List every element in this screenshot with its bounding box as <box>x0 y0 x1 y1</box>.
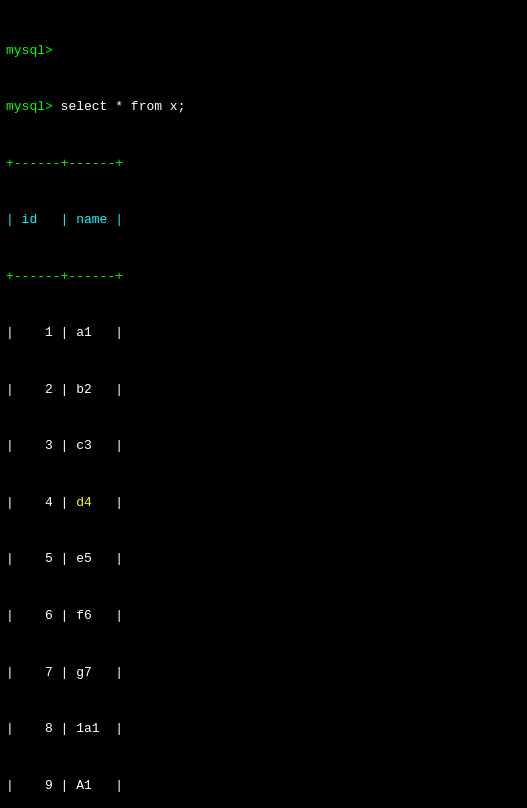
row-3: | 3 | c3 | <box>6 437 521 456</box>
cmd-line-1: mysql> select * from x; <box>6 98 521 117</box>
border-2: +------+------+ <box>6 268 521 287</box>
row-8: | 8 | 1a1 | <box>6 720 521 739</box>
row-7: | 7 | g7 | <box>6 664 521 683</box>
terminal-window: mysql> mysql> select * from x; +------+-… <box>6 4 521 808</box>
prompt: mysql> <box>6 43 53 58</box>
row-4-highlight: | 4 | d4 | <box>6 494 521 513</box>
row-5: | 5 | e5 | <box>6 550 521 569</box>
row-2: | 2 | b2 | <box>6 381 521 400</box>
border-1: +------+------+ <box>6 155 521 174</box>
command-text: select * from x; <box>53 99 186 114</box>
prompt-line-0: mysql> <box>6 42 521 61</box>
row-6: | 6 | f6 | <box>6 607 521 626</box>
prompt: mysql> <box>6 99 53 114</box>
header-1: | id | name | <box>6 211 521 230</box>
row-9: | 9 | A1 | <box>6 777 521 796</box>
row-1: | 1 | a1 | <box>6 324 521 343</box>
